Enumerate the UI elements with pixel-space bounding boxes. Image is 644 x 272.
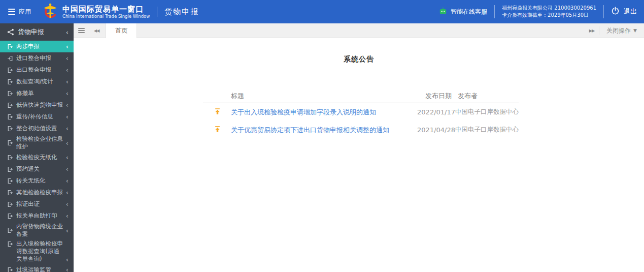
sidebar-item-appointment-clearance[interactable]: 预约通关 ‹ (0, 163, 74, 175)
table-row: 关于优惠贸易协定项下进出口货物申报相关调整的通知 2021/04/28 中国电子… (203, 121, 519, 139)
sidebar-item-import-integrated-declaration[interactable]: 进口整合申报 ‹ (0, 52, 74, 64)
sidebar-item-transit-transport-supervision[interactable]: 过境运输监管 ‹ (0, 264, 74, 272)
chevron-left-icon: ‹ (64, 201, 69, 207)
chevron-left-icon: ‹ (64, 166, 69, 172)
module-title: 货物申报 (164, 7, 199, 17)
sidebar-item-low-value-express-declaration[interactable]: 低值快速货物申报 ‹ (0, 99, 74, 111)
chevron-left-icon: ‹ (64, 213, 69, 219)
eport-logo-icon (42, 3, 58, 21)
chevron-left-icon: ‹ (64, 90, 69, 97)
sidebar-item-ciq-enterprise-info-maintenance[interactable]: 检验检疫企业信息维护 ‹ (0, 134, 74, 152)
robot-icon (439, 7, 447, 17)
sidebar-item-transit-paperless[interactable]: 转关无纸化 ‹ (0, 175, 74, 187)
sign-out-icon (7, 241, 13, 247)
sign-out-icon (7, 114, 13, 120)
close-operations-label: 关闭操作 (606, 26, 631, 35)
top-header: 应用 中国国际贸易单一窗口 China International Trade … (0, 0, 644, 23)
brand-title-en: China International Trade Single Window (62, 14, 150, 19)
hamburger-icon (8, 9, 15, 15)
hamburger-icon (78, 28, 85, 33)
chevron-left-icon: ‹ (64, 55, 69, 62)
scroll-tabs-right-button[interactable]: ▶▶ (585, 23, 599, 38)
sidebar-item-domestic-cargo-crossborder-enterprise-filing[interactable]: 内贸货物跨境企业备案 ‹ (0, 222, 74, 239)
sidebar-item-label: 过境运输监管 (16, 266, 64, 272)
sidebar-item-customs-declaration-self-print[interactable]: 报关单自助打印 ‹ (0, 210, 74, 222)
sidebar-item-integration-default-settings[interactable]: 整合初始值设置 ‹ (0, 123, 74, 134)
chevron-left-icon[interactable]: ‹ (64, 29, 69, 36)
sign-out-icon (7, 166, 13, 172)
sign-out-icon (7, 201, 13, 207)
card-validity: 卡介质有效期截至：2029年05月30日 (502, 12, 596, 19)
tab-home[interactable]: 首页 (106, 23, 137, 38)
online-service-label: 智能在线客服 (451, 8, 487, 16)
home-page: 系统公告 标题 发布日期 发布者 (74, 38, 644, 272)
title-column-header: 标题 (231, 92, 425, 101)
sidebar-item-label: 其他检验检疫申报 (16, 189, 64, 196)
sidebar-item-certificate-drafting-issuance[interactable]: 拟证出证 ‹ (0, 198, 74, 210)
sidebar-item-amend-cancel-declaration[interactable]: 修撤单 ‹ (0, 87, 74, 99)
sidebar-item-label: 重传/补传信息 (16, 113, 64, 120)
sidebar-item-label: 转关无纸化 (16, 177, 64, 185)
close-operations-dropdown[interactable]: 关闭操作 ▼ (599, 26, 644, 35)
sidebar-item-label: 两步申报 (16, 43, 64, 50)
sign-out-icon (7, 90, 13, 97)
brand: 中国国际贸易单一窗口 China International Trade Sin… (42, 3, 150, 21)
announcement-link[interactable]: 关于出入境检验检疫申请增加字段录入说明的通知 (231, 108, 376, 116)
sidebar-header[interactable]: 货物申报 ‹ (0, 23, 74, 41)
double-right-arrow-icon: ▶▶ (589, 28, 594, 33)
brand-text: 中国国际贸易单一窗口 China International Trade Sin… (62, 5, 150, 19)
power-icon (611, 7, 620, 17)
publisher-column-header: 发布者 (458, 92, 519, 101)
sidebar-item-data-query-statistics[interactable]: 数据查询/统计 ‹ (0, 76, 74, 87)
sign-in-icon (7, 55, 13, 62)
sidebar-item-label: 检验检疫企业信息维护 (16, 135, 64, 150)
sign-out-icon (7, 213, 13, 219)
sidebar-item-label: 拟证出证 (16, 200, 64, 208)
apps-menu-label: 应用 (19, 8, 31, 16)
announcement-link[interactable]: 关于优惠贸易协定项下进出口货物申报相关调整的通知 (231, 126, 389, 134)
apps-menu-button[interactable]: 应用 (0, 8, 39, 16)
sidebar-item-label: 整合初始值设置 (16, 125, 64, 132)
sign-out-icon (7, 190, 13, 196)
chevron-left-icon: ‹ (64, 140, 69, 146)
announcement-date: 2022/01/17 (417, 108, 455, 116)
chevron-left-icon: ‹ (64, 102, 69, 108)
sidebar-item-label: 进口整合申报 (16, 54, 64, 62)
pin-top-icon (214, 126, 221, 134)
announcement-date: 2021/04/28 (417, 126, 455, 134)
sign-out-icon (7, 155, 13, 161)
sidebar-item-ciq-application-data-query[interactable]: 出入境检验检疫申请数据查询(原通关单查询) ‹ (0, 239, 74, 264)
chevron-left-icon: ‹ (64, 125, 69, 132)
date-column-header: 发布日期 (425, 92, 458, 101)
tab-label: 首页 (115, 26, 127, 35)
sidebar-item-label: 出入境检验检疫申请数据查询(原通关单查询) (16, 240, 64, 263)
logout-button[interactable]: 退出 (611, 7, 637, 17)
sidebar: 货物申报 ‹ 两步申报 ‹ 进口整合申报 ‹ 出口整合申报 ‹ (0, 23, 74, 272)
table-header-row: 标题 发布日期 发布者 (203, 89, 519, 103)
sidebar-item-label: 数据查询/统计 (16, 78, 64, 85)
sign-out-icon (7, 102, 13, 108)
sidebar-item-other-ciq-declaration[interactable]: 其他检验检疫申报 ‹ (0, 187, 74, 198)
chevron-left-icon: ‹ (64, 43, 69, 50)
share-nodes-icon (7, 28, 14, 36)
tab-menu-button[interactable] (74, 23, 89, 38)
sidebar-item-export-integrated-declaration[interactable]: 出口整合申报 ‹ (0, 64, 74, 76)
sign-out-icon (7, 267, 13, 272)
announcement-publisher: 中国电子口岸数据中心 (455, 126, 519, 134)
sign-out-icon (7, 79, 13, 85)
sidebar-item-retransmit-supplement-info[interactable]: 重传/补传信息 ‹ (0, 111, 74, 123)
sidebar-item-label: 出口整合申报 (16, 66, 64, 74)
sidebar-item-two-step-declaration[interactable]: 两步申报 ‹ (0, 41, 74, 52)
chevron-left-icon: ‹ (64, 227, 69, 234)
table-row: 关于出入境检验检疫申请增加字段录入说明的通知 2022/01/17 中国电子口岸… (203, 103, 519, 121)
brand-title-cn: 中国国际贸易单一窗口 (62, 5, 150, 14)
online-service-button[interactable]: 智能在线客服 (439, 7, 487, 17)
scroll-tabs-left-button[interactable]: ◀◀ (89, 23, 104, 38)
sidebar-item-label: 低值快速货物申报 (16, 101, 64, 109)
double-left-arrow-icon: ◀◀ (94, 28, 99, 33)
sidebar-item-label: 预约通关 (16, 165, 64, 173)
tab-bar: ◀◀ 首页 ▶▶ 关闭操作 ▼ (74, 23, 644, 38)
app-window: 应用 中国国际贸易单一窗口 China International Trade … (0, 0, 644, 272)
sign-out-icon (7, 126, 13, 132)
sidebar-item-ciq-paperless[interactable]: 检验检疫无纸化 ‹ (0, 152, 74, 163)
